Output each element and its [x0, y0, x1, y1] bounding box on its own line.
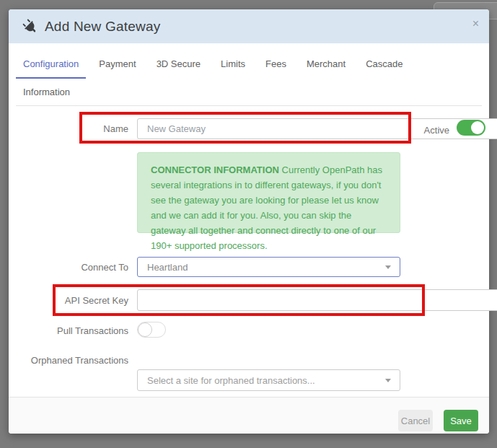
tab-cascade[interactable]: Cascade [359, 50, 410, 79]
orphaned-transactions-placeholder: Select a site for orphaned transactions.… [147, 375, 315, 386]
tab-row-1: Configuration Payment 3D Secure Limits F… [16, 50, 482, 79]
connector-info-heading: CONNECTOR INFORMATION [151, 164, 279, 175]
tab-limits[interactable]: Limits [214, 50, 252, 79]
connector-info-text: Currently OpenPath has several integrati… [151, 164, 382, 251]
modal-title: Add New Gateway [45, 19, 160, 35]
add-gateway-modal: Add New Gateway × Configuration Payment … [9, 9, 489, 434]
tab-row-2: Information [16, 79, 482, 105]
orphaned-transactions-select[interactable]: Select a site for orphaned transactions.… [137, 369, 400, 391]
save-button[interactable]: Save [444, 410, 478, 431]
plug-icon [20, 16, 40, 36]
pull-transactions-label: Pull Transactions [9, 325, 128, 336]
active-toggle[interactable] [457, 120, 485, 136]
tab-fees[interactable]: Fees [258, 50, 294, 79]
tab-bar: Configuration Payment 3D Secure Limits F… [16, 50, 482, 106]
connector-info-box: CONNECTOR INFORMATION Currently OpenPath… [137, 152, 400, 233]
tab-3d-secure[interactable]: 3D Secure [149, 50, 208, 79]
chevron-down-icon [385, 265, 391, 269]
cancel-button[interactable]: Cancel [398, 410, 433, 431]
active-label: Active [424, 125, 449, 136]
close-icon[interactable]: × [472, 18, 479, 30]
tab-information[interactable]: Information [16, 79, 77, 105]
connect-to-value: Heartland [147, 262, 188, 273]
tab-merchant[interactable]: Merchant [299, 50, 353, 79]
toggle-knob [471, 121, 484, 134]
api-secret-key-label: API Secret Key [9, 295, 128, 306]
orphaned-transactions-label: Orphaned Transactions [9, 355, 128, 366]
pull-transactions-toggle[interactable] [137, 322, 166, 338]
api-secret-key-input[interactable] [137, 289, 497, 311]
tab-configuration[interactable]: Configuration [16, 50, 86, 79]
tab-payment[interactable]: Payment [92, 50, 143, 79]
chevron-down-icon [385, 379, 391, 382]
connect-to-select[interactable]: Heartland [137, 257, 400, 277]
connect-to-label: Connect To [9, 262, 128, 273]
tabs-divider [16, 105, 482, 106]
modal-header: Add New Gateway × [9, 9, 489, 43]
name-label: Name [9, 123, 128, 134]
toggle-knob [138, 322, 152, 337]
